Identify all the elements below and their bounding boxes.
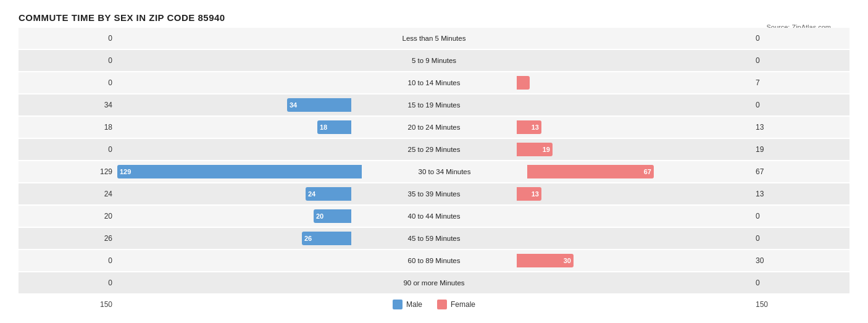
time-range-label: 90 or more Minutes (403, 279, 464, 287)
female-value: 67 (751, 167, 849, 176)
bar-inner-label: 20 (316, 212, 323, 220)
row-label: Less than 5 Minutes (354, 35, 514, 42)
bar-inner-label: 34 (290, 101, 297, 109)
female-value: 13 (751, 123, 849, 132)
bar-inner-label: 26 (304, 235, 312, 242)
female-bar-container (514, 72, 751, 93)
female-value: 0 (751, 234, 849, 243)
row-label: 5 to 9 Minutes (354, 57, 514, 64)
row-label: 60 to 89 Minutes (354, 257, 514, 264)
time-range-label: 10 to 14 Minutes (407, 79, 460, 86)
bar-inner-label: 67 (644, 168, 651, 175)
female-bar-container: 67 (525, 161, 751, 182)
chart-row: 0Less than 5 Minutes0 (19, 28, 849, 49)
male-bar-container (117, 50, 354, 71)
bar-inner-label: 13 (532, 124, 539, 131)
female-bar-container: 13 (514, 183, 751, 204)
legend-male-box (393, 300, 403, 309)
chart-row: 025 to 29 Minutes1919 (19, 139, 849, 160)
female-value: 0 (751, 279, 849, 287)
time-range-label: 15 to 19 Minutes (407, 101, 460, 109)
female-bar-container (514, 28, 751, 49)
male-bar-container (117, 250, 354, 271)
bar-inner-label: 129 (120, 168, 131, 175)
male-bar-container (117, 272, 354, 293)
bar-inner-label: 19 (543, 146, 550, 153)
row-label: 10 to 14 Minutes (354, 79, 514, 86)
female-bar-container (514, 206, 751, 227)
female-value: 30 (751, 256, 849, 265)
row-label: 40 to 44 Minutes (354, 212, 514, 220)
legend-female-box (437, 300, 447, 309)
male-value: 0 (19, 34, 117, 43)
time-range-label: 5 to 9 Minutes (412, 57, 456, 64)
chart-row: 12912930 to 34 Minutes6767 (19, 161, 849, 182)
female-value: 0 (751, 212, 849, 220)
female-bar-container (514, 94, 751, 115)
chart-title: COMMUTE TIME BY SEX IN ZIP CODE 85940 (19, 12, 849, 23)
female-bar-container (514, 50, 751, 71)
legend-male: Male (393, 300, 422, 309)
male-value: 20 (19, 212, 117, 220)
chart-row: 262645 to 59 Minutes0 (19, 228, 849, 249)
female-bar-container: 13 (514, 117, 751, 138)
male-bar-container: 26 (117, 228, 354, 249)
female-value: 13 (751, 190, 849, 198)
male-value: 0 (19, 256, 117, 265)
time-range-label: 30 to 34 Minutes (418, 168, 470, 175)
time-range-label: 20 to 24 Minutes (407, 124, 460, 131)
legend-female: Female (437, 300, 475, 309)
chart-row: 090 or more Minutes0 (19, 272, 849, 293)
chart-row: 202040 to 44 Minutes0 (19, 206, 849, 227)
footer-scale-left: 150 (19, 300, 117, 309)
male-value: 18 (19, 123, 117, 132)
male-value: 26 (19, 234, 117, 243)
male-value: 0 (19, 56, 117, 65)
female-bar-container: 30 (514, 250, 751, 271)
male-value: 0 (19, 145, 117, 154)
female-value: 19 (751, 145, 849, 154)
bar-inner-label: 18 (320, 124, 327, 131)
female-bar-container (514, 272, 751, 293)
chart-row: 010 to 14 Minutes7 (19, 72, 849, 93)
chart-row: 242435 to 39 Minutes1313 (19, 183, 849, 204)
male-bar-container (117, 72, 354, 93)
male-bar-container: 20 (117, 206, 354, 227)
female-value: 0 (751, 34, 849, 43)
time-range-label: 35 to 39 Minutes (407, 190, 460, 198)
row-label: 20 to 24 Minutes (354, 124, 514, 131)
legend-female-label: Female (451, 300, 475, 309)
male-bar-container: 129 (117, 161, 364, 182)
row-label: 25 to 29 Minutes (354, 146, 514, 153)
row-label: 45 to 59 Minutes (354, 235, 514, 242)
chart-row: 181820 to 24 Minutes1313 (19, 117, 849, 138)
bar-inner-label: 24 (308, 190, 315, 198)
male-bar-container: 24 (117, 183, 354, 204)
time-range-label: 25 to 29 Minutes (407, 146, 460, 153)
row-label: 35 to 39 Minutes (354, 190, 514, 198)
time-range-label: 40 to 44 Minutes (407, 212, 460, 220)
male-bar-container: 18 (117, 117, 354, 138)
male-value: 0 (19, 78, 117, 87)
male-value: 0 (19, 279, 117, 287)
time-range-label: 60 to 89 Minutes (407, 257, 460, 264)
female-value: 7 (751, 78, 849, 87)
female-value: 0 (751, 101, 849, 109)
row-label: 30 to 34 Minutes (364, 168, 525, 175)
legend-male-label: Male (406, 300, 422, 309)
chart-row: 343415 to 19 Minutes0 (19, 94, 849, 115)
male-bar-container: 34 (117, 94, 354, 115)
chart-row: 060 to 89 Minutes3030 (19, 250, 849, 271)
time-range-label: Less than 5 Minutes (403, 35, 466, 42)
male-value: 24 (19, 190, 117, 198)
female-value: 0 (751, 56, 849, 65)
bar-inner-label: 13 (532, 190, 539, 198)
footer-scale-right: 150 (751, 300, 849, 309)
male-bar-container (117, 28, 354, 49)
bar-inner-label: 30 (564, 257, 571, 264)
male-bar-container (117, 139, 354, 160)
time-range-label: 45 to 59 Minutes (407, 235, 460, 242)
chart-row: 05 to 9 Minutes0 (19, 50, 849, 71)
female-bar-container: 19 (514, 139, 751, 160)
female-bar-container (514, 228, 751, 249)
